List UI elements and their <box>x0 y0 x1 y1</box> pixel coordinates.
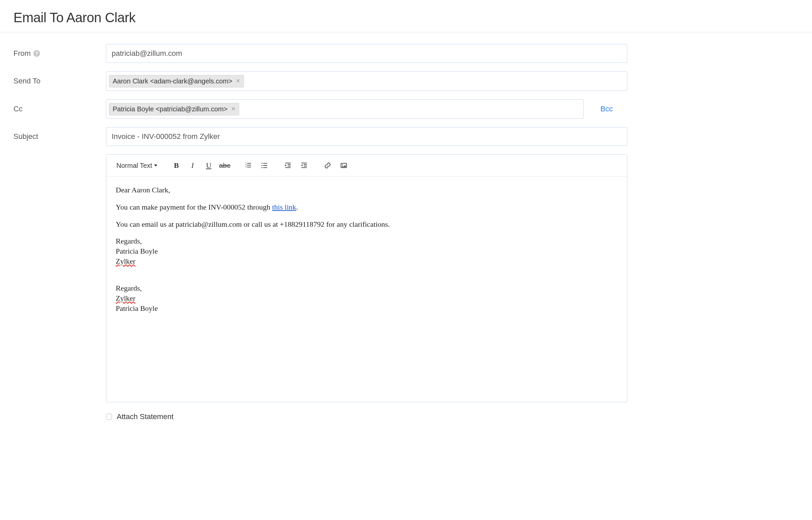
editor-body[interactable]: Dear Aaron Clark, You can make payment f… <box>106 177 627 402</box>
unordered-list-button[interactable] <box>257 159 272 172</box>
cc-label: Cc <box>14 105 106 113</box>
chevron-down-icon <box>154 164 157 166</box>
cc-chip[interactable]: Patricia Boyle <patriciab@zillum.com> ✕ <box>109 103 239 115</box>
body-payment-line: You can make payment for the INV-000052 … <box>116 202 618 213</box>
italic-button[interactable]: I <box>185 159 200 172</box>
svg-point-4 <box>342 164 343 165</box>
help-icon[interactable]: ? <box>33 50 40 57</box>
image-button[interactable] <box>336 159 351 172</box>
page-title: Email To Aaron Clark <box>14 10 798 25</box>
block-format-dropdown[interactable]: Normal Text <box>113 160 161 172</box>
underline-button[interactable]: U <box>201 159 216 172</box>
link-button[interactable] <box>320 159 335 172</box>
bold-button[interactable]: B <box>169 159 184 172</box>
remove-chip-icon[interactable]: ✕ <box>231 106 235 112</box>
from-input[interactable] <box>106 44 627 63</box>
signature-1: Regards, Patricia Boyle Zylker <box>116 236 618 266</box>
indent-button[interactable] <box>281 159 295 172</box>
indent-icon <box>284 162 292 169</box>
cc-input[interactable]: Patricia Boyle <patriciab@zillum.com> ✕ <box>106 99 584 119</box>
subject-label: Subject <box>14 132 106 141</box>
recipient-chip-text: Aaron Clark <adam-clark@angels.com> <box>113 77 232 85</box>
block-format-label: Normal Text <box>116 162 152 170</box>
body-contact-line: You can email us at patriciab@zillum.com… <box>116 219 618 230</box>
payment-link[interactable]: this link <box>272 203 296 211</box>
subject-label-text: Subject <box>14 132 38 141</box>
link-icon <box>324 162 331 169</box>
editor-toolbar: Normal Text B I U abc <box>106 155 627 177</box>
bcc-link[interactable]: Bcc <box>600 105 613 113</box>
ordered-list-icon <box>244 162 252 169</box>
ordered-list-button[interactable] <box>241 159 256 172</box>
svg-point-2 <box>262 167 263 168</box>
image-icon <box>340 162 347 169</box>
signature-2: Regards, Zylker Patricia Boyle <box>116 283 618 313</box>
attach-statement-label: Attach Statement <box>117 412 174 421</box>
from-label-text: From <box>14 49 31 58</box>
attach-statement-checkbox[interactable] <box>106 414 112 420</box>
svg-point-0 <box>262 163 263 164</box>
unordered-list-icon <box>261 162 268 169</box>
body-greeting: Dear Aaron Clark, <box>116 185 618 196</box>
remove-chip-icon[interactable]: ✕ <box>236 78 240 84</box>
outdent-button[interactable] <box>297 159 312 172</box>
cc-chip-text: Patricia Boyle <patriciab@zillum.com> <box>113 105 228 113</box>
subject-input[interactable] <box>106 127 627 146</box>
email-editor: Normal Text B I U abc <box>106 154 627 402</box>
sendto-input[interactable]: Aaron Clark <adam-clark@angels.com> ✕ <box>106 71 627 91</box>
svg-point-1 <box>262 165 263 166</box>
strikethrough-button[interactable]: abc <box>217 159 232 172</box>
header-divider <box>0 32 812 32</box>
sendto-label-text: Send To <box>14 77 41 85</box>
from-label: From ? <box>14 49 106 58</box>
cc-label-text: Cc <box>14 105 23 113</box>
recipient-chip[interactable]: Aaron Clark <adam-clark@angels.com> ✕ <box>109 75 244 87</box>
outdent-icon <box>300 162 308 169</box>
sendto-label: Send To <box>14 77 106 85</box>
